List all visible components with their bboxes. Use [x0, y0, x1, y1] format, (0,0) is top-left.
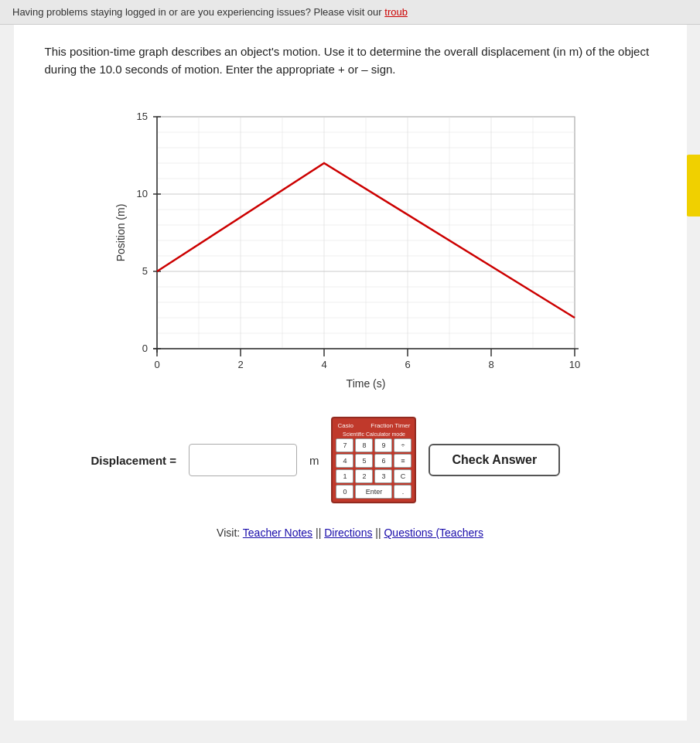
footer-prefix: Visit:: [217, 527, 243, 539]
yellow-tab: [686, 155, 700, 216]
question-text: This position-time graph describes an ob…: [45, 43, 656, 78]
top-banner: Having problems staying logged in or are…: [0, 0, 700, 25]
svg-text:2: 2: [237, 359, 243, 370]
calc-btn-8[interactable]: 8: [355, 438, 373, 452]
calc-btn-dot[interactable]: .: [394, 485, 411, 499]
footer-links: Visit: Teacher Notes || Directions || Qu…: [45, 527, 656, 539]
calc-btn-9[interactable]: 9: [374, 438, 392, 452]
calc-title-row: Casio Fraction Timer: [336, 421, 411, 430]
questions-link[interactable]: Questions (Teachers: [384, 527, 483, 539]
svg-text:0: 0: [154, 359, 159, 370]
displacement-label: Displacement =: [91, 454, 176, 467]
svg-text:8: 8: [488, 359, 493, 370]
calc-btn-c[interactable]: C: [394, 469, 411, 483]
position-time-graph: 15 10 5 0 0 2 4: [111, 101, 590, 395]
trouble-link[interactable]: troub: [384, 6, 408, 18]
calc-title2: Fraction Timer: [370, 422, 410, 429]
banner-text: Having problems staying logged in or are…: [12, 6, 384, 18]
svg-text:4: 4: [321, 359, 326, 370]
svg-text:5: 5: [142, 265, 147, 277]
teacher-notes-link[interactable]: Teacher Notes: [243, 527, 312, 539]
calc-btn-div[interactable]: ÷: [394, 438, 411, 452]
calc-btn-3[interactable]: 3: [374, 469, 392, 483]
svg-text:6: 6: [405, 359, 410, 370]
answer-row: Displacement = m Casio Fraction Timer Sc…: [45, 417, 656, 503]
graph-container: 15 10 5 0 0 2 4: [45, 101, 656, 395]
svg-text:10: 10: [136, 188, 147, 199]
calc-btn-2[interactable]: 2: [355, 469, 373, 483]
check-answer-button[interactable]: Check Answer: [429, 444, 560, 476]
calc-grid: 7 8 9 ÷ 4 5 6 ≡ 1 2 3 C 0 Enter .: [336, 438, 411, 499]
svg-text:10: 10: [569, 359, 579, 370]
calc-btn-eq[interactable]: ≡: [394, 454, 411, 468]
calc-title1: Casio: [337, 422, 353, 429]
footer-sep1: ||: [316, 527, 324, 539]
displacement-input[interactable]: [189, 444, 297, 476]
calc-btn-0[interactable]: 0: [336, 485, 353, 499]
graph-wrapper: 15 10 5 0 0 2 4: [111, 101, 590, 395]
main-content: This position-time graph describes an ob…: [14, 25, 687, 721]
directions-link[interactable]: Directions: [324, 527, 372, 539]
svg-text:15: 15: [136, 111, 147, 122]
calc-btn-5[interactable]: 5: [355, 454, 373, 468]
calc-btn-1[interactable]: 1: [336, 469, 353, 483]
calc-btn-6[interactable]: 6: [374, 454, 392, 468]
svg-text:0: 0: [142, 343, 147, 354]
calc-btn-enter[interactable]: Enter: [355, 485, 392, 499]
calc-btn-4[interactable]: 4: [336, 454, 353, 468]
svg-text:Time (s): Time (s): [346, 377, 385, 390]
calculator: Casio Fraction Timer Scientific Calculat…: [331, 417, 416, 503]
calc-subtitle: Scientific Calculator mode: [336, 431, 411, 437]
calc-btn-7[interactable]: 7: [336, 438, 353, 452]
footer-sep2: ||: [375, 527, 384, 539]
unit-label: m: [309, 454, 319, 467]
svg-text:Position (m): Position (m): [114, 204, 127, 262]
